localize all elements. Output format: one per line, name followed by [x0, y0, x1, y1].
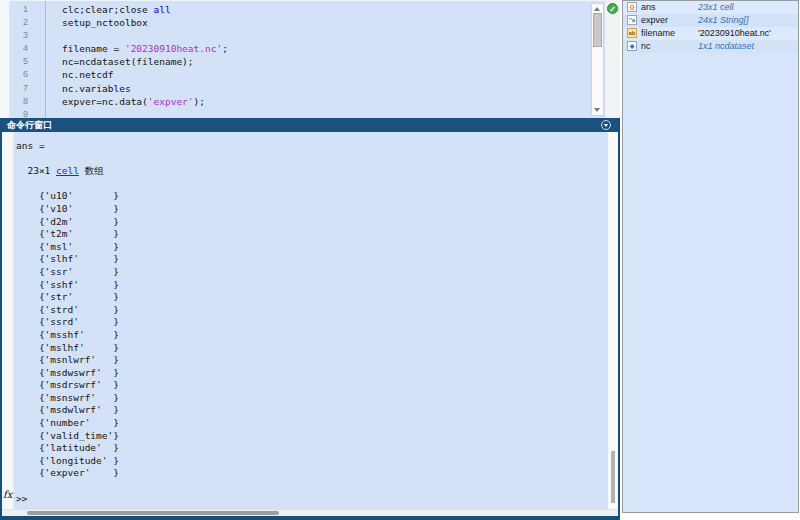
- output-line: [16, 178, 119, 191]
- variable-name: filename: [641, 27, 675, 40]
- cell-array-item: {'longitude' }: [16, 455, 119, 468]
- command-window-left-margin: [2, 132, 14, 509]
- code-text: nc=ncdataset(filename);: [62, 55, 194, 68]
- gutter-divider: [45, 1, 46, 119]
- code-text: nc.netcdf: [62, 68, 113, 81]
- command-window-output: ans = 23×1 cell 数组 {'u10' } {'v10' } {'d…: [16, 140, 119, 505]
- variable-value: 23x1 cell: [698, 1, 734, 14]
- code-text: nc.variables: [62, 82, 131, 95]
- cell-array-item: {'slhf' }: [16, 253, 119, 266]
- cell-array-item: {'expver' }: [16, 467, 119, 480]
- editor-code-lines[interactable]: 1clc;clear;close all2setup_nctoolbox34fi…: [0, 3, 585, 121]
- command-window-titlebar: 命令行窗口: [2, 118, 618, 132]
- cell-array-item: {'d2m' }: [16, 216, 119, 229]
- cell-array-item: {'strd' }: [16, 304, 119, 317]
- output-line: [16, 480, 119, 493]
- cell-array-item: {'msnlwrf' }: [16, 354, 119, 367]
- editor-line[interactable]: 1clc;clear;close all: [0, 3, 585, 16]
- editor-line[interactable]: 7nc.variables: [0, 82, 585, 95]
- cell-array-item: {'v10' }: [16, 203, 119, 216]
- code-text: setup_nctoolbox: [62, 16, 148, 29]
- code-analyzer-ok-icon[interactable]: ✓: [607, 3, 618, 14]
- cell-array-item: {'ssr' }: [16, 266, 119, 279]
- line-number: 1: [0, 3, 28, 16]
- cell-array-item: {'msshf' }: [16, 329, 119, 342]
- output-line: [16, 153, 119, 166]
- string-icon: "a: [627, 15, 637, 25]
- line-number: 5: [0, 55, 28, 68]
- cell-array-item: {'latitude' }: [16, 442, 119, 455]
- editor-line[interactable]: 2setup_nctoolbox: [0, 16, 585, 29]
- minimize-button[interactable]: [601, 120, 611, 130]
- editor-line[interactable]: 4filename = '20230910heat.nc';: [0, 42, 585, 55]
- cell-array-item: {'msdrswrf' }: [16, 379, 119, 392]
- cell-array-item: {'ssrd' }: [16, 316, 119, 329]
- ans-label: ans =: [16, 140, 119, 153]
- variable-value: 1x1 ncdataset: [698, 40, 754, 53]
- vertical-scrollbar-thumb[interactable]: [611, 451, 615, 503]
- editor-scrollbar-thumb[interactable]: [593, 13, 602, 47]
- workspace-panel[interactable]: {}ans23x1 cell"aexpver24x1 String[]abfil…: [622, 0, 799, 513]
- cell-array-item: {'valid_time'}: [16, 430, 119, 443]
- variable-value: 24x1 String[]: [698, 14, 749, 27]
- cell-array-item: {'msl' }: [16, 241, 119, 254]
- editor-line[interactable]: 8expver=nc.data('expver');: [0, 95, 585, 108]
- cell-type-link[interactable]: cell: [56, 165, 79, 176]
- variable-name: nc: [641, 40, 651, 53]
- command-window-horizontal-scrollbar[interactable]: [2, 509, 618, 516]
- cell-array-item: {'t2m' }: [16, 228, 119, 241]
- workspace-row-filename[interactable]: abfilename'20230910heat.nc': [623, 27, 798, 40]
- workspace-row-nc[interactable]: ◆nc1x1 ncdataset: [623, 40, 798, 53]
- cell-icon: {}: [627, 2, 637, 12]
- command-window-bottom-border: [2, 516, 618, 520]
- editor-pane[interactable]: 1clc;clear;close all2setup_nctoolbox34fi…: [0, 0, 620, 118]
- code-text: expver=nc.data('expver');: [62, 95, 205, 108]
- line-number: 2: [0, 16, 28, 29]
- cell-array-item: {'msdwlwrf' }: [16, 404, 119, 417]
- line-number: 3: [0, 29, 28, 42]
- fx-function-button[interactable]: fx: [3, 489, 12, 500]
- editor-line[interactable]: 3: [0, 29, 585, 42]
- cell-array-item: {'sshf' }: [16, 279, 119, 292]
- command-window-body[interactable]: ans = 23×1 cell 数组 {'u10' } {'v10' } {'d…: [2, 132, 618, 509]
- editor-line[interactable]: 5nc=ncdataset(filename);: [0, 55, 585, 68]
- cell-array-item: {'msnswrf' }: [16, 392, 119, 405]
- command-prompt[interactable]: >>: [16, 493, 119, 506]
- line-number: 7: [0, 82, 28, 95]
- editor-line[interactable]: 6nc.netcdf: [0, 68, 585, 81]
- line-number: 6: [0, 68, 28, 81]
- cell-array-item: {'msdwswrf' }: [16, 367, 119, 380]
- code-text: filename = '20230910heat.nc';: [62, 42, 228, 55]
- scroll-down-icon[interactable]: [594, 108, 600, 112]
- cell-array-item: {'u10' }: [16, 190, 119, 203]
- char-icon: ab: [627, 28, 637, 38]
- command-window-vertical-scrollbar[interactable]: [607, 132, 618, 509]
- command-window-title: 命令行窗口: [7, 120, 52, 130]
- line-number: 8: [0, 95, 28, 108]
- cell-array-item: {'str' }: [16, 291, 119, 304]
- chevron-down-icon: [604, 124, 608, 127]
- editor-vertical-scrollbar[interactable]: [591, 3, 604, 116]
- cell-array-item: {'mslhf' }: [16, 342, 119, 355]
- workspace-row-ans[interactable]: {}ans23x1 cell: [623, 1, 798, 14]
- object-icon: ◆: [627, 41, 637, 51]
- line-number: 4: [0, 42, 28, 55]
- code-analyzer-strip: ✓: [605, 1, 620, 119]
- variable-name: ans: [641, 1, 656, 14]
- array-summary: 23×1 cell 数组: [16, 165, 119, 178]
- horizontal-scrollbar-thumb[interactable]: [27, 511, 279, 515]
- variable-value: '20230910heat.nc': [698, 27, 771, 40]
- scroll-up-icon[interactable]: [594, 7, 600, 11]
- workspace-row-expver[interactable]: "aexpver24x1 String[]: [623, 14, 798, 27]
- matlab-window: 1clc;clear;close all2setup_nctoolbox34fi…: [0, 0, 800, 520]
- command-window: 命令行窗口 ans = 23×1 cell 数组 {'u10' } {'v10'…: [0, 118, 620, 520]
- code-text: clc;clear;close all: [62, 3, 171, 16]
- cell-array-item: {'number' }: [16, 417, 119, 430]
- variable-name: expver: [641, 14, 668, 27]
